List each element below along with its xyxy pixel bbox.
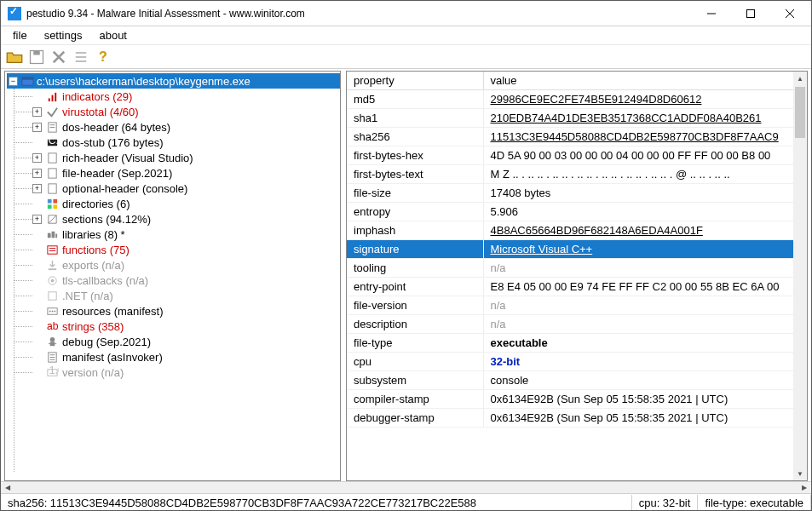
- table-row[interactable]: signatureMicrosoft Visual C++: [347, 240, 807, 259]
- table-row[interactable]: descriptionn/a: [347, 315, 807, 334]
- app-icon: [8, 7, 21, 20]
- tree-item[interactable]: functions (75): [7, 242, 340, 257]
- table-row[interactable]: first-bytes-textM Z .. . .. .. . .. .. .…: [347, 165, 807, 184]
- table-row[interactable]: toolingn/a: [347, 259, 807, 278]
- tree-item[interactable]: .NET (n/a): [7, 288, 340, 303]
- svg-text:C:\: C:\: [48, 136, 58, 146]
- list-icon[interactable]: [72, 49, 89, 66]
- tree-item[interactable]: abcstrings (358): [7, 319, 340, 334]
- minimize-button[interactable]: [692, 1, 731, 26]
- expand-icon[interactable]: +: [32, 153, 42, 163]
- property-cell: md5: [347, 90, 483, 109]
- expand-icon[interactable]: +: [32, 169, 42, 178]
- menu-settings[interactable]: settings: [36, 27, 91, 43]
- node-icon: 1.0: [45, 365, 59, 379]
- table-row[interactable]: entropy5.906: [347, 203, 807, 221]
- scroll-down-icon[interactable]: ▼: [793, 467, 807, 480]
- table-row[interactable]: file-versionn/a: [347, 296, 807, 315]
- table-row[interactable]: compiler-stamp0x6134E92B (Sun Sep 05 15:…: [347, 390, 807, 409]
- save-icon[interactable]: [28, 49, 45, 66]
- tree-item-label: file-header (Sep.2021): [62, 167, 172, 180]
- table-row[interactable]: sha1210EDB74A4D1DE3EB3517368CC1ADDF08A40…: [347, 109, 807, 128]
- value-cell: executable: [483, 334, 807, 353]
- tree-item-label: .NET (n/a): [62, 290, 113, 302]
- tree-item-label: libraries (8) *: [62, 228, 125, 241]
- node-icon: [45, 212, 59, 226]
- property-cell: signature: [347, 240, 483, 259]
- column-property[interactable]: property: [347, 72, 483, 90]
- menu-file[interactable]: file: [4, 27, 36, 43]
- expand-icon[interactable]: +: [32, 123, 42, 132]
- tree-item[interactable]: tls-callbacks (n/a): [7, 273, 340, 288]
- table-row[interactable]: file-typeexecutable: [347, 334, 807, 353]
- property-cell: cpu: [347, 353, 483, 371]
- node-icon: [45, 304, 59, 318]
- svg-rect-37: [48, 291, 55, 299]
- expand-icon[interactable]: +: [32, 215, 42, 224]
- tree-root[interactable]: − c:\users\hackerman\desktop\keygenme.ex…: [7, 73, 340, 89]
- help-icon[interactable]: ?: [95, 49, 112, 66]
- tree-item[interactable]: +optional-header (console): [7, 181, 340, 196]
- property-cell: file-size: [347, 184, 483, 203]
- status-sha256: sha256: 11513C3E9445D58088CD4DB2E598770C…: [1, 495, 632, 511]
- node-icon: [45, 151, 59, 164]
- tree-item[interactable]: +virustotal (4/60): [7, 104, 340, 119]
- table-row[interactable]: cpu32-bit: [347, 353, 807, 371]
- expand-icon[interactable]: +: [32, 184, 42, 193]
- tree-item-label: indicators (29): [62, 90, 132, 103]
- collapse-icon[interactable]: −: [9, 77, 18, 86]
- table-row[interactable]: debugger-stamp0x6134E92B (Sun Sep 05 15:…: [347, 409, 807, 428]
- tree-item-label: manifest (asInvoker): [62, 351, 163, 364]
- expand-icon[interactable]: +: [32, 107, 42, 117]
- hscroll-left-icon[interactable]: ◀: [1, 482, 14, 493]
- table-row[interactable]: subsystemconsole: [347, 371, 807, 390]
- value-cell: 4B8AC65664BD96F682148A6EDA4A001F: [483, 221, 807, 240]
- tree-item[interactable]: +sections (94.12%): [7, 211, 340, 227]
- tree-item[interactable]: resources (manifest): [7, 303, 340, 319]
- hscroll-right-icon[interactable]: ▶: [798, 482, 811, 493]
- value-cell: 210EDB74A4D1DE3EB3517368CC1ADDF08A40B261: [483, 109, 807, 128]
- menubar: file settings about: [1, 26, 811, 45]
- table-row[interactable]: entry-pointE8 E4 05 00 00 E9 74 FE FF FF…: [347, 278, 807, 296]
- close-button[interactable]: [770, 1, 809, 26]
- property-cell: file-version: [347, 296, 483, 315]
- table-row[interactable]: sha25611513C3E9445D58088CD4DB2E598770CB3…: [347, 128, 807, 146]
- tree-item-label: sections (94.12%): [62, 213, 151, 226]
- node-icon: C:\: [45, 135, 59, 149]
- scroll-up-icon[interactable]: ▲: [793, 72, 807, 85]
- tree-item[interactable]: manifest (asInvoker): [7, 349, 340, 365]
- tree-item[interactable]: directories (6): [7, 196, 340, 211]
- vertical-scrollbar[interactable]: ▲ ▼: [793, 72, 807, 480]
- scroll-thumb[interactable]: [795, 87, 805, 138]
- tree-item[interactable]: +file-header (Sep.2021): [7, 165, 340, 181]
- tree-item[interactable]: C:\dos-stub (176 bytes): [7, 135, 340, 150]
- maximize-button[interactable]: [731, 1, 770, 26]
- tree-item[interactable]: +rich-header (Visual Studio): [7, 150, 340, 165]
- svg-rect-14: [51, 95, 53, 101]
- table-row[interactable]: md529986CE9EC2FE74B5E912494D8D60612: [347, 90, 807, 109]
- table-row[interactable]: imphash4B8AC65664BD96F682148A6EDA4A001F: [347, 221, 807, 240]
- tree-item[interactable]: debug (Sep.2021): [7, 334, 340, 349]
- open-file-icon[interactable]: [6, 49, 23, 66]
- property-cell: first-bytes-text: [347, 165, 483, 184]
- tree-item[interactable]: indicators (29): [7, 89, 340, 104]
- tree-item[interactable]: libraries (8) *: [7, 227, 340, 242]
- tree-item-label: optional-header (console): [62, 182, 187, 195]
- tree-item[interactable]: 1.0version (n/a): [7, 365, 340, 380]
- table-row[interactable]: first-bytes-hex4D 5A 90 00 03 00 00 00 0…: [347, 146, 807, 165]
- tree-item[interactable]: exports (n/a): [7, 257, 340, 273]
- value-cell: console: [483, 371, 807, 390]
- svg-rect-27: [53, 204, 57, 209]
- tree-item-label: tls-callbacks (n/a): [62, 274, 148, 287]
- node-icon: [45, 197, 59, 210]
- hscroll-track[interactable]: [14, 482, 798, 493]
- menu-about[interactable]: about: [90, 27, 135, 43]
- tree-item[interactable]: +dos-header (64 bytes): [7, 119, 340, 135]
- svg-rect-12: [21, 77, 32, 79]
- close-file-icon[interactable]: [50, 49, 67, 66]
- hscroll[interactable]: ◀ ▶: [1, 481, 811, 493]
- property-cell: debugger-stamp: [347, 409, 483, 428]
- column-value[interactable]: value: [483, 72, 807, 90]
- table-row[interactable]: file-size17408 bytes: [347, 184, 807, 203]
- svg-rect-13: [48, 98, 49, 101]
